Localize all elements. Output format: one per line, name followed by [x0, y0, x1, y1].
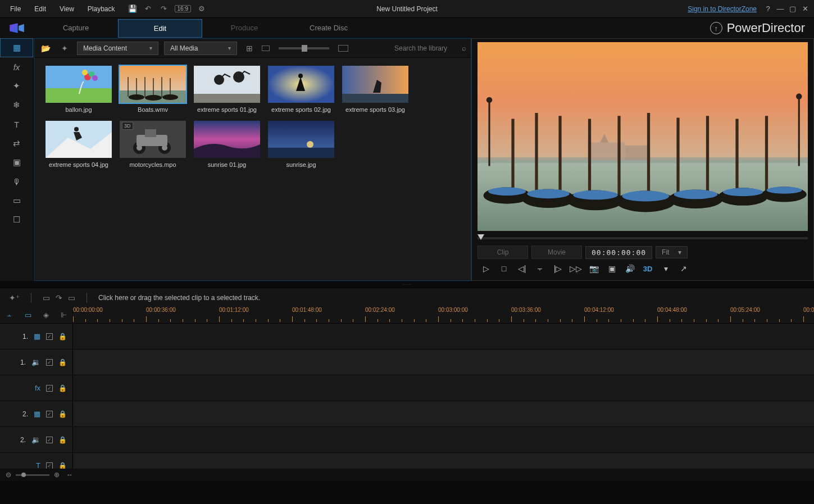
voiceover-room-icon[interactable]: 🎙: [0, 172, 33, 191]
zoom-slider[interactable]: [16, 474, 49, 476]
transition-room-icon[interactable]: ⇄: [0, 134, 33, 153]
audio-mixing-room-icon[interactable]: ▣: [0, 153, 33, 172]
track-body[interactable]: [73, 349, 814, 375]
track-visible-checkbox[interactable]: ✓: [46, 411, 53, 417]
subtitle-room-icon[interactable]: ☐: [0, 210, 33, 229]
undock-icon[interactable]: ↗: [679, 264, 689, 274]
search-icon[interactable]: ⌕: [462, 44, 466, 52]
3d-icon[interactable]: 3D: [643, 264, 653, 274]
track-visible-checkbox[interactable]: ✓: [46, 385, 53, 392]
mode-edit[interactable]: Edit: [118, 19, 202, 38]
track-header[interactable]: 2. 🔉 ✓ 🔒: [0, 427, 73, 452]
menu-edit[interactable]: Edit: [29, 3, 52, 15]
fx-room-icon[interactable]: fx: [0, 57, 33, 76]
track-header[interactable]: 1. ▦ ✓ 🔒: [0, 324, 73, 349]
zoom-in-icon[interactable]: ⊕: [54, 471, 60, 479]
timeline-view-icon[interactable]: ⫠: [6, 311, 13, 319]
magic-wand-icon[interactable]: ✦⁺: [9, 293, 20, 302]
track-lock-icon[interactable]: 🔒: [58, 436, 67, 444]
mode-capture[interactable]: Capture: [34, 19, 118, 38]
fast-forward-icon[interactable]: ▷▷: [571, 264, 581, 274]
preview-canvas[interactable]: [478, 42, 808, 231]
timeline-view2-icon[interactable]: ▭: [25, 311, 31, 319]
tool-icon-1[interactable]: ▭: [43, 293, 50, 302]
track-header[interactable]: fx ✓ 🔒: [0, 375, 73, 401]
thumbnail-size-slider[interactable]: [279, 47, 329, 49]
menu-playback[interactable]: Playback: [82, 3, 121, 15]
track-visible-checkbox[interactable]: ✓: [46, 333, 53, 340]
grid-view-icon[interactable]: ⊞: [243, 42, 256, 55]
split-icon[interactable]: ⫟: [535, 264, 545, 274]
media-thumbnail[interactable]: sunrise.jpg: [268, 121, 334, 168]
tool-icon-3[interactable]: ▭: [68, 293, 75, 302]
import-icon[interactable]: 📂: [39, 42, 52, 55]
track-header[interactable]: 2. ▦ ✓ 🔒: [0, 401, 73, 426]
track-lock-icon[interactable]: 🔒: [58, 462, 67, 469]
prev-frame-icon[interactable]: ◁|: [517, 264, 527, 274]
media-filter-dropdown[interactable]: All Media▾: [164, 42, 237, 55]
help-icon[interactable]: ?: [763, 4, 772, 13]
media-thumbnail[interactable]: extreme sports 01.jpg: [194, 66, 260, 113]
timeline-ruler[interactable]: 00:00:00:0000:00:36:0000:01:12:0000:01:4…: [73, 307, 814, 323]
settings-gear-icon[interactable]: ⚙: [197, 4, 207, 14]
track-lock-icon[interactable]: 🔒: [58, 410, 67, 418]
volume-icon[interactable]: 🔊: [625, 264, 635, 274]
close-icon[interactable]: ✕: [801, 4, 810, 13]
media-thumbnail[interactable]: extreme sports 02.jpg: [268, 66, 334, 113]
upload-icon[interactable]: ↑: [710, 22, 722, 34]
media-thumbnail[interactable]: 3Dmotorcycles.mpo: [120, 121, 186, 168]
track-visible-checkbox[interactable]: ✓: [46, 359, 53, 366]
media-thumbnail[interactable]: extreme sports 04.jpg: [46, 121, 112, 168]
track-header[interactable]: T ✓ 🔒: [0, 453, 73, 469]
media-room-icon[interactable]: ▦: [0, 38, 33, 57]
minimize-icon[interactable]: —: [776, 4, 785, 13]
preview-tab-movie[interactable]: Movie: [531, 246, 582, 259]
maximize-icon[interactable]: ▢: [788, 4, 797, 13]
preview-zoom-dropdown[interactable]: Fit▾: [656, 246, 688, 258]
track-body[interactable]: [73, 427, 814, 452]
preview-scrubber[interactable]: [478, 234, 808, 242]
horizontal-splitter[interactable]: ┄┄┄: [0, 281, 814, 288]
track-header[interactable]: 1. 🔉 ✓ 🔒: [0, 349, 73, 375]
thumb-large-icon[interactable]: [338, 45, 348, 52]
track-visible-checkbox[interactable]: ✓: [46, 437, 53, 443]
undo-icon[interactable]: ↶: [143, 4, 153, 14]
library-search-input[interactable]: [394, 44, 456, 52]
stop-icon[interactable]: □: [499, 264, 509, 274]
timeline-marker-icon[interactable]: ◈: [43, 311, 49, 319]
play-icon[interactable]: ▷: [481, 264, 491, 274]
signin-link[interactable]: Sign in to DirectorZone: [688, 5, 757, 13]
title-room-icon[interactable]: T: [0, 115, 33, 134]
save-icon[interactable]: 💾: [128, 4, 138, 14]
redo-icon[interactable]: ↷: [159, 4, 169, 14]
media-thumbnail[interactable]: extreme sports 03.jpg: [342, 66, 408, 113]
track-body[interactable]: [73, 401, 814, 426]
mode-produce[interactable]: Produce: [202, 19, 287, 38]
track-lock-icon[interactable]: 🔒: [58, 384, 67, 392]
content-type-dropdown[interactable]: Media Content▾: [77, 42, 158, 55]
tool-icon-2[interactable]: ↷: [56, 293, 62, 302]
snapshot-icon[interactable]: 📷: [589, 264, 599, 274]
media-thumbnail[interactable]: ballon.jpg: [46, 66, 112, 113]
next-frame-icon[interactable]: |▷: [553, 264, 563, 274]
zoom-out-icon[interactable]: ⊖: [6, 471, 11, 479]
preview-tab-clip[interactable]: Clip: [478, 246, 528, 259]
zoom-fit-icon[interactable]: ↔: [66, 471, 73, 479]
preview-timecode[interactable]: 00:00:00:00: [585, 246, 652, 259]
3d-dropdown-icon[interactable]: ▾: [661, 264, 671, 274]
track-body[interactable]: [73, 453, 814, 469]
track-lock-icon[interactable]: 🔒: [58, 333, 67, 340]
track-visible-checkbox[interactable]: ✓: [46, 462, 53, 469]
plugin-icon[interactable]: ✦: [58, 42, 71, 55]
aspect-ratio-badge[interactable]: 16:9: [175, 5, 191, 12]
timeline-snap-icon[interactable]: ⊩: [61, 311, 67, 319]
menu-file[interactable]: File: [4, 3, 26, 15]
chapter-room-icon[interactable]: ▭: [0, 191, 33, 210]
track-body[interactable]: [73, 324, 814, 349]
track-lock-icon[interactable]: 🔒: [58, 358, 67, 366]
hint-text[interactable]: Click here or drag the selected clip to …: [98, 294, 260, 302]
menu-view[interactable]: View: [54, 3, 80, 15]
quality-icon[interactable]: ▣: [607, 264, 617, 274]
media-thumbnail[interactable]: Boats.wmv: [120, 66, 186, 113]
mode-create-disc[interactable]: Create Disc: [287, 19, 371, 38]
